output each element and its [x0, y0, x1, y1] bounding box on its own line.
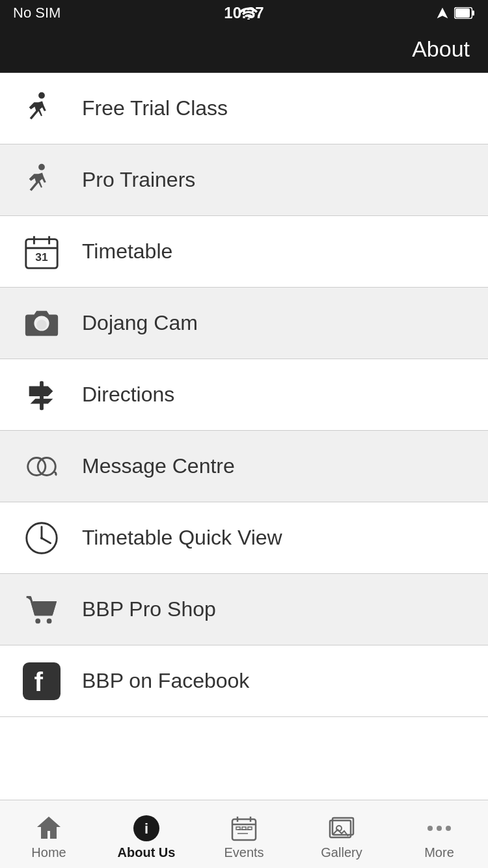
header: About	[0, 26, 488, 73]
facebook-icon: f	[20, 659, 64, 703]
menu-item-bbp-facebook[interactable]: f BBP on Facebook	[0, 645, 488, 717]
tab-more-label: More	[424, 845, 454, 860]
tab-home[interactable]: Home	[0, 800, 98, 868]
menu-item-message-centre[interactable]: Message Centre	[0, 431, 488, 502]
tab-more[interactable]: More	[390, 800, 488, 868]
menu-item-pro-trainers[interactable]: Pro Trainers	[0, 144, 488, 216]
menu-item-directions[interactable]: Directions	[0, 359, 488, 431]
svg-point-11	[28, 457, 46, 475]
svg-point-16	[40, 537, 43, 539]
tab-gallery[interactable]: Gallery	[293, 800, 390, 868]
status-bar: No SIM 10:37	[0, 0, 488, 26]
info-tab-icon: i	[132, 814, 161, 843]
menu-label-free-trial: Free Trial Class	[82, 96, 228, 120]
svg-point-9	[36, 319, 46, 329]
svg-text:f: f	[34, 667, 43, 697]
svg-point-18	[47, 618, 52, 623]
svg-rect-2	[472, 10, 474, 16]
cart-icon	[20, 588, 64, 632]
carrier-label: No SIM	[13, 5, 61, 21]
svg-point-40	[427, 826, 433, 831]
menu-label-bbp-pro-shop: BBP Pro Shop	[82, 597, 216, 621]
battery-icon	[454, 7, 475, 19]
svg-rect-35	[242, 827, 246, 830]
tab-gallery-label: Gallery	[321, 845, 362, 860]
home-tab-icon	[34, 814, 63, 843]
menu-label-timetable-quick-view: Timetable Quick View	[82, 526, 282, 550]
svg-rect-34	[236, 827, 240, 830]
menu-label-bbp-facebook: BBP on Facebook	[82, 669, 249, 693]
clock-icon	[20, 516, 64, 560]
more-tab-icon	[425, 814, 454, 843]
svg-rect-3	[455, 8, 470, 18]
signpost-icon	[20, 373, 64, 417]
menu-label-dojang-cam: Dojang Cam	[82, 311, 198, 335]
location-icon	[436, 7, 449, 20]
menu-item-timetable[interactable]: 31 Timetable	[0, 216, 488, 288]
svg-point-12	[38, 457, 55, 475]
tab-bar: Home i About Us Events	[0, 800, 488, 868]
martial-arts-icon-2	[20, 158, 64, 202]
message-icon	[20, 444, 64, 489]
calendar-icon: 31	[20, 230, 64, 274]
menu-label-message-centre: Message Centre	[82, 454, 235, 478]
tab-events[interactable]: Events	[195, 800, 293, 868]
tab-events-label: Events	[224, 845, 264, 860]
tab-about-us[interactable]: i About Us	[98, 800, 195, 868]
svg-rect-36	[248, 827, 252, 830]
martial-arts-icon-1	[20, 87, 64, 131]
menu-item-free-trial[interactable]: Free Trial Class	[0, 73, 488, 144]
gallery-tab-icon	[327, 814, 356, 843]
svg-point-42	[446, 826, 451, 831]
svg-text:i: i	[144, 821, 148, 837]
header-title: About	[412, 36, 470, 62]
menu-label-pro-trainers: Pro Trainers	[82, 168, 195, 192]
menu-list: Free Trial Class Pro Trainers 31 Timetab…	[0, 73, 488, 717]
menu-item-dojang-cam[interactable]: Dojang Cam	[0, 288, 488, 359]
svg-text:31: 31	[35, 250, 48, 263]
status-icons	[436, 7, 475, 20]
menu-label-directions: Directions	[82, 383, 174, 407]
svg-point-41	[437, 826, 442, 831]
menu-item-timetable-quick-view[interactable]: Timetable Quick View	[0, 502, 488, 574]
svg-point-17	[35, 618, 40, 623]
tab-about-us-label: About Us	[118, 845, 176, 860]
tab-home-label: Home	[31, 845, 66, 860]
camera-icon	[20, 301, 64, 346]
menu-label-timetable: Timetable	[82, 239, 172, 264]
menu-item-bbp-pro-shop[interactable]: BBP Pro Shop	[0, 574, 488, 645]
time-label: 10:37	[224, 4, 264, 22]
svg-line-15	[42, 538, 51, 543]
events-tab-icon	[230, 814, 258, 843]
